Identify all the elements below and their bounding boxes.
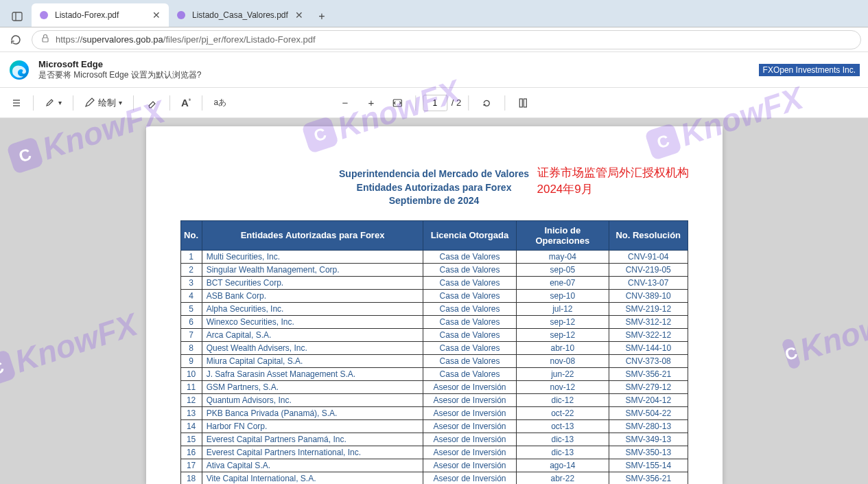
col-license: Licencia Otorgada [423,220,516,250]
pdf-favicon [176,10,187,21]
svg-rect-10 [519,99,522,107]
tab-actions-button[interactable] [7,6,27,27]
cell-date: abr-10 [516,341,609,354]
cell-license: Asesor de Inversión [423,459,516,472]
site-security-icon[interactable] [40,34,50,45]
cell-date: sep-10 [516,289,609,302]
refresh-button[interactable] [7,31,25,49]
tab-close-button[interactable]: ✕ [151,10,162,21]
cell-resolution: CNV-373-08 [609,354,688,367]
svg-point-2 [40,11,48,19]
zoom-in-button[interactable]: + [360,92,382,114]
cell-resolution: CNV-219-05 [609,263,688,276]
cell-no: 1 [180,250,202,263]
cell-resolution: SMV-144-10 [609,341,688,354]
cell-entity: PKB Banca Privada (Panamá), S.A. [202,406,423,419]
address-bar-row: https://supervalores.gob.pa/files/iper/p… [0,27,868,52]
translate-icon: aあ [214,97,227,108]
cell-entity: Alpha Securities, Inc. [202,302,423,315]
cell-license: Asesor de Inversión [423,472,516,484]
cell-license: Casa de Valores [423,315,516,328]
tab-close-button[interactable]: ✕ [294,10,305,21]
zoom-out-button[interactable]: − [334,92,356,114]
chevron-down-icon: ▾ [58,99,62,106]
table-row: 8Quest Wealth Advisers, Inc.Casa de Valo… [180,341,688,354]
cell-resolution: SMV-204-12 [609,393,688,406]
cell-entity: ASB Bank Corp. [202,289,423,302]
table-row: 3BCT Securities Corp.Casa de Valoresene-… [180,276,688,289]
find-highlight: FXOpen Investments Inc. [759,64,860,76]
col-start: Inicio de Operaciones [516,220,609,250]
toolbar-separator [33,95,34,111]
cell-resolution: SMV-280-13 [609,419,688,433]
svg-rect-4 [43,38,48,42]
cell-license: Casa de Valores [423,328,516,341]
cell-date: sep-05 [516,263,609,276]
chevron-down-icon: ▾ [119,99,122,106]
cell-license: Casa de Valores [423,289,516,302]
cell-resolution: SMV-155-14 [609,459,688,472]
document-header: Superintendencia del Mercado de Valores … [153,168,716,208]
pdf-page: Superintendencia del Mercado de Valores … [146,126,723,484]
cell-date: nov-12 [516,380,609,393]
cell-entity: Miura Capital Capital, S.A. [202,354,423,367]
cell-entity: Harbor FN Corp. [202,419,423,433]
cell-no: 15 [180,433,202,446]
cell-date: dic-12 [516,393,609,406]
erase-button[interactable] [141,92,163,114]
tab-inactive[interactable]: Listado_Casa_Valores.pdf ✕ [169,3,312,27]
cell-entity: Quest Wealth Advisers, Inc. [202,341,423,354]
table-header-row: No. Entidades Autorizadas para Forex Lic… [180,220,688,250]
cell-date: oct-13 [516,419,609,433]
pdf-viewport[interactable]: Superintendencia del Mercado de Valores … [0,118,868,484]
rotate-button[interactable] [476,92,497,114]
table-row: 10J. Safra Sarasin Asset Management S.A.… [180,367,688,380]
cell-date: jul-12 [516,302,609,315]
refresh-icon [10,34,22,46]
address-bar[interactable]: https://supervalores.gob.pa/files/iper/p… [32,30,861,49]
red-annotation: 证券市场监管局外汇授权机构 2024年9月 [537,165,689,198]
cell-date: dic-13 [516,433,609,446]
cell-entity: Ativa Capital S.A. [202,459,423,472]
cell-no: 9 [180,354,202,367]
page-number-input[interactable] [423,95,447,111]
svg-point-3 [177,11,185,19]
cell-no: 4 [180,289,202,302]
cell-entity: Winexco Securities, Inc. [202,315,423,328]
cell-entity: BCT Securities Corp. [202,276,423,289]
svg-rect-11 [524,99,526,107]
highlight-button[interactable]: ▾ [40,92,66,114]
text-button[interactable]: Aˢ [177,92,195,114]
toolbar-separator [504,95,505,111]
read-aloud-button[interactable]: aあ [209,92,231,114]
plus-icon: + [368,97,374,108]
table-row: 14Harbor FN Corp.Asesor de Inversiónoct-… [180,419,688,433]
text-icon: Aˢ [181,97,191,108]
fit-page-button[interactable] [386,92,408,114]
cell-license: Asesor de Inversión [423,393,516,406]
cell-no: 16 [180,446,202,459]
cell-license: Casa de Valores [423,367,516,380]
cell-license: Casa de Valores [423,341,516,354]
table-row: 9Miura Capital Capital, S.A.Casa de Valo… [180,354,688,367]
table-row: 7Arca Capital, S.A.Casa de Valoressep-12… [180,328,688,341]
cell-license: Casa de Valores [423,302,516,315]
page-view-button[interactable] [512,92,534,114]
url-text: https://supervalores.gob.pa/files/iper/p… [56,34,316,45]
draw-button[interactable]: 绘制 ▾ [80,92,126,114]
contents-button[interactable] [7,92,26,114]
toolbar-center: − + / 2 [334,92,534,114]
cell-resolution: SMV-504-22 [609,406,688,419]
cell-entity: Singular Wealth Management, Corp. [202,263,423,276]
cell-no: 12 [180,393,202,406]
browser-tab-bar: Listado-Forex.pdf ✕ Listado_Casa_Valores… [0,0,868,27]
cell-entity: Everest Capital Partners Panamá, Inc. [202,433,423,446]
tab-active[interactable]: Listado-Forex.pdf ✕ [32,3,169,27]
cell-no: 10 [180,367,202,380]
cell-no: 14 [180,419,202,433]
toolbar-separator [415,95,416,111]
toolbar-separator [73,95,73,111]
cell-resolution: SMV-219-12 [609,302,688,315]
cell-date: sep-12 [516,328,609,341]
new-tab-button[interactable]: + [312,6,332,27]
